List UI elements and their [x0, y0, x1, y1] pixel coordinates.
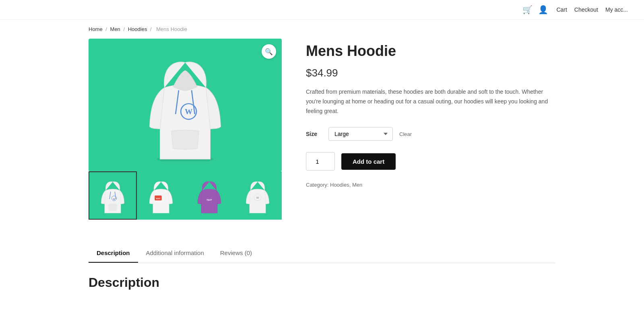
main-image: 🔍 — [89, 39, 282, 171]
main-product-image: W — [141, 49, 229, 161]
breadcrumb: Home / Men / Hoodies / Mens Hoodie — [0, 20, 644, 39]
cart-icon[interactable]: 🛒 — [522, 5, 533, 14]
product-container: 🔍 — [0, 39, 644, 236]
clear-size-link[interactable]: Clear — [399, 131, 412, 137]
product-meta: Category: Hoodies, Men — [306, 182, 555, 188]
size-selector-row: Size Small Medium Large X-Large Clear — [306, 127, 555, 141]
myaccount-link[interactable]: My acc... — [605, 6, 628, 13]
zoom-button[interactable]: 🔍 — [262, 44, 276, 59]
thumbnail-1[interactable]: W — [89, 171, 137, 220]
svg-text:TEXT: TEXT — [206, 199, 212, 201]
size-select[interactable]: Small Medium Large X-Large — [328, 127, 393, 141]
cart-link[interactable]: Cart — [556, 6, 567, 13]
thumbnail-3[interactable]: TEXT — [185, 171, 233, 220]
categories-link[interactable]: Hoodies, Men — [330, 182, 362, 188]
breadcrumb-sep-2: / — [123, 26, 126, 32]
product-gallery: 🔍 — [89, 39, 282, 220]
breadcrumb-men[interactable]: Men — [110, 26, 120, 32]
product-price: $34.99 — [306, 67, 555, 79]
svg-text:W: W — [185, 107, 193, 116]
svg-text:WOO: WOO — [156, 198, 161, 200]
size-label: Size — [306, 131, 322, 137]
nav-links: Cart Checkout My acc... — [556, 6, 628, 13]
zoom-icon: 🔍 — [265, 48, 273, 56]
thumbnail-4[interactable]: W — [233, 171, 282, 220]
tab-content-title: Description — [89, 275, 555, 290]
top-navigation: 🛒 👤 Cart Checkout My acc... — [0, 0, 644, 20]
tabs-navigation: Description Additional information Revie… — [89, 244, 555, 263]
thumbnail-strip: W WOO — [89, 171, 282, 220]
checkout-link[interactable]: Checkout — [574, 6, 598, 13]
thumbnail-2[interactable]: WOO — [137, 171, 185, 220]
breadcrumb-sep-1: / — [105, 26, 108, 32]
svg-text:W: W — [256, 196, 259, 199]
svg-text:W: W — [113, 198, 116, 200]
tab-reviews[interactable]: Reviews (0) — [212, 244, 260, 263]
tab-additional-info[interactable]: Additional information — [138, 244, 212, 263]
breadcrumb-sep-3: / — [150, 26, 153, 32]
product-info: Mens Hoodie $34.99 Crafted from premium … — [306, 39, 555, 188]
product-description: Crafted from premium materials, these ho… — [306, 87, 555, 116]
breadcrumb-hoodies[interactable]: Hoodies — [128, 26, 147, 32]
breadcrumb-current: Mens Hoodie — [156, 26, 187, 32]
user-icon[interactable]: 👤 — [538, 5, 548, 14]
quantity-input[interactable] — [306, 152, 335, 171]
breadcrumb-home[interactable]: Home — [89, 26, 103, 32]
tab-description[interactable]: Description — [89, 244, 138, 263]
category-label: Category: — [306, 182, 328, 188]
nav-icons: 🛒 👤 — [522, 5, 548, 14]
product-tabs-section: Description Additional information Revie… — [0, 244, 644, 290]
add-to-cart-row: Add to cart — [306, 152, 555, 171]
product-title: Mens Hoodie — [306, 43, 555, 60]
add-to-cart-button[interactable]: Add to cart — [341, 153, 396, 170]
